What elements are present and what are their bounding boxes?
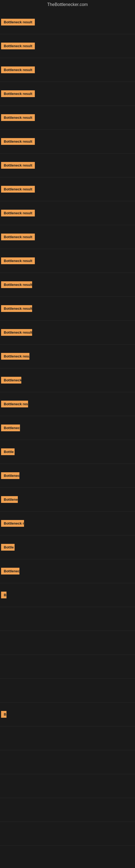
bottleneck-row[interactable] — [0, 750, 135, 774]
bottleneck-row[interactable] — [0, 607, 135, 631]
bottleneck-row[interactable] — [0, 631, 135, 655]
bottleneck-badge[interactable]: Bottleneck resu — [1, 353, 30, 360]
bottleneck-badge[interactable]: Bottleneck result — [1, 138, 35, 145]
bottleneck-badge[interactable]: Bottle — [1, 448, 14, 455]
bottleneck-row[interactable]: B — [0, 703, 135, 726]
bottleneck-badge[interactable]: B — [1, 711, 6, 718]
bottleneck-row[interactable] — [0, 774, 135, 798]
bottleneck-badge[interactable]: Bottleneck result — [1, 42, 35, 50]
bottleneck-row[interactable]: Bottleneck result — [0, 225, 135, 249]
bottleneck-row[interactable] — [0, 798, 135, 822]
bottleneck-row[interactable]: Bottleneck result — [0, 130, 135, 154]
bottleneck-badge[interactable]: Bottleneck r — [1, 520, 24, 527]
bottleneck-badge[interactable]: Bottleneck result — [1, 305, 32, 312]
bottleneck-row[interactable]: Bottleneck resu — [0, 344, 135, 368]
bottleneck-badge[interactable]: Bottleneck result — [1, 66, 35, 73]
bottleneck-row[interactable]: Bottlenec — [0, 559, 135, 583]
bottleneck-row[interactable]: Bottleneck result — [0, 154, 135, 177]
bottleneck-row[interactable]: Bottle — [0, 535, 135, 559]
bottleneck-badge[interactable]: Bottleneck res — [1, 401, 28, 407]
bottleneck-badge[interactable]: Bottleneck result — [1, 257, 35, 264]
bottleneck-row[interactable]: Bottleneck result — [0, 273, 135, 297]
bottleneck-badge[interactable]: Bottlenec — [1, 568, 19, 575]
bottleneck-row[interactable]: Bottleneck r — [0, 512, 135, 535]
bottleneck-row[interactable]: Bottleneck — [0, 368, 135, 392]
bottleneck-badge[interactable]: Bottlenec — [1, 472, 19, 479]
bottleneck-badge[interactable]: Bottle — [1, 544, 14, 551]
bottleneck-row[interactable] — [0, 846, 135, 868]
bottleneck-row[interactable]: Bottlenec — [0, 416, 135, 440]
bottleneck-row[interactable]: Bottle — [0, 440, 135, 464]
bottleneck-badge[interactable]: Bottleneck result — [1, 234, 35, 240]
bottleneck-row[interactable] — [0, 822, 135, 846]
bottleneck-row[interactable]: Bottleneck result — [0, 321, 135, 344]
bottleneck-row[interactable]: Bottlene — [0, 488, 135, 512]
bottleneck-row[interactable]: Bottleneck result — [0, 34, 135, 58]
bottleneck-row[interactable] — [0, 726, 135, 750]
bottleneck-badge[interactable]: Bottleneck result — [1, 186, 35, 193]
bottleneck-badge[interactable]: Bottleneck result — [1, 281, 32, 288]
site-title: TheBottlenecker.com — [0, 0, 135, 10]
bottleneck-badge[interactable]: Bottleneck result — [1, 210, 35, 216]
bottleneck-badge[interactable]: Bottleneck result — [1, 329, 32, 336]
bottleneck-row[interactable]: Bottleneck result — [0, 106, 135, 130]
bottleneck-badge[interactable]: Bottleneck — [1, 377, 21, 383]
site-header: TheBottlenecker.com — [0, 0, 135, 10]
bottleneck-row[interactable]: B — [0, 583, 135, 607]
bottleneck-badge[interactable]: Bottlene — [1, 496, 18, 503]
bottleneck-row[interactable] — [0, 679, 135, 703]
bottleneck-row[interactable] — [0, 655, 135, 679]
bottleneck-badge[interactable]: B — [1, 592, 6, 598]
bottleneck-row[interactable]: Bottleneck result — [0, 82, 135, 106]
bottleneck-row[interactable]: Bottleneck result — [0, 249, 135, 273]
bottleneck-row[interactable]: Bottleneck result — [0, 10, 135, 34]
bottleneck-row[interactable]: Bottleneck result — [0, 201, 135, 225]
bottleneck-row[interactable]: Bottleneck result — [0, 177, 135, 201]
bottleneck-row[interactable]: Bottlenec — [0, 464, 135, 488]
bottleneck-row[interactable]: Bottleneck result — [0, 58, 135, 82]
bottleneck-row[interactable]: Bottleneck res — [0, 392, 135, 416]
bottleneck-badge[interactable]: Bottleneck result — [1, 114, 35, 121]
bottleneck-badge[interactable]: Bottleneck result — [1, 90, 35, 97]
bottleneck-badge[interactable]: Bottleneck result — [1, 162, 35, 169]
bottleneck-badge[interactable]: Bottleneck result — [1, 19, 35, 26]
bottleneck-badge[interactable]: Bottlenec — [1, 425, 20, 431]
bottleneck-row[interactable]: Bottleneck result — [0, 297, 135, 321]
bottleneck-list: Bottleneck resultBottleneck resultBottle… — [0, 10, 135, 868]
